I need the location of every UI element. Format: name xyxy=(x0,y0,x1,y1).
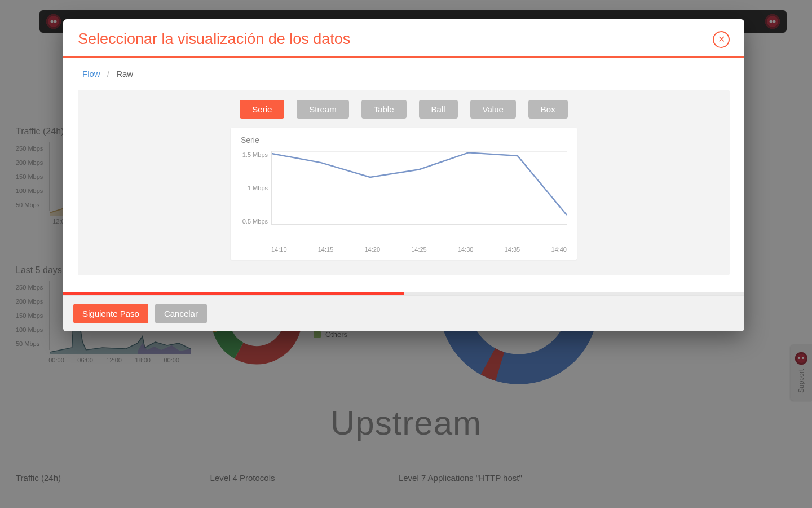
breadcrumb: Flow / Raw xyxy=(82,69,730,78)
view-pill-stream[interactable]: Stream xyxy=(297,100,348,119)
visualization-panel: SerieStreamTableBallValueBox Serie 1.5 M… xyxy=(78,90,730,275)
modal-header: Seleccionar la visualización de los dato… xyxy=(63,19,744,56)
x-tick: 14:25 xyxy=(411,246,427,253)
cancel-button[interactable]: Cancelar xyxy=(155,304,207,323)
next-button[interactable]: Siguiente Paso xyxy=(73,304,148,323)
x-tick: 14:10 xyxy=(271,246,287,253)
y-axis: 1.5 Mbps 1 Mbps 0.5 Mbps xyxy=(241,151,271,225)
view-pill-table[interactable]: Table xyxy=(361,100,407,119)
breadcrumb-separator: / xyxy=(107,69,109,78)
x-tick: 14:35 xyxy=(505,246,520,253)
view-pill-serie[interactable]: Serie xyxy=(240,100,284,119)
modal-title: Seleccionar la visualización de los dato… xyxy=(78,30,350,48)
line-chart: 1.5 Mbps 1 Mbps 0.5 Mbps xyxy=(241,151,567,242)
wizard-progress xyxy=(63,292,744,295)
chart-title: Serie xyxy=(241,135,567,144)
plot-area xyxy=(271,151,567,225)
modal-footer: Siguiente Paso Cancelar xyxy=(63,295,744,331)
progress-fill xyxy=(63,292,404,295)
x-axis: 14:1014:1514:2014:2514:3014:3514:40 xyxy=(271,246,567,253)
breadcrumb-root[interactable]: Flow xyxy=(82,69,100,78)
modal-body: Flow / Raw SerieStreamTableBallValueBox … xyxy=(63,58,744,292)
close-button[interactable]: ✕ xyxy=(713,31,730,48)
x-tick: 14:15 xyxy=(318,246,334,253)
breadcrumb-current: Raw xyxy=(116,69,133,78)
x-tick: 14:30 xyxy=(458,246,474,253)
visualization-modal: Seleccionar la visualización de los dato… xyxy=(63,19,744,331)
close-icon: ✕ xyxy=(718,34,725,45)
view-switcher: SerieStreamTableBallValueBox xyxy=(89,100,718,119)
view-pill-value[interactable]: Value xyxy=(470,100,516,119)
x-tick: 14:20 xyxy=(364,246,380,253)
view-pill-box[interactable]: Box xyxy=(528,100,568,119)
view-pill-ball[interactable]: Ball xyxy=(419,100,458,119)
chart-preview: Serie 1.5 Mbps 1 Mbps 0.5 Mbps 14:1014:1… xyxy=(231,128,577,260)
x-tick: 14:40 xyxy=(551,246,567,253)
